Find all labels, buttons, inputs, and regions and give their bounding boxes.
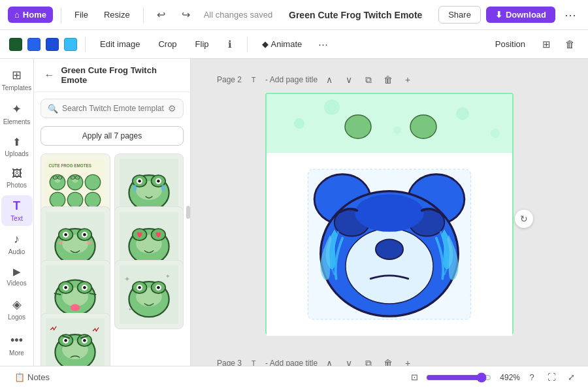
position-label: Position xyxy=(495,39,525,49)
color-swatch-2[interactable] xyxy=(27,38,41,51)
zoom-fit-icon: ⊡ xyxy=(411,372,418,382)
svg-point-89 xyxy=(491,129,500,138)
sidebar-item-videos[interactable]: ▶ Videos xyxy=(1,262,33,291)
download-label: Download xyxy=(506,10,546,20)
template-card-7[interactable] xyxy=(41,313,110,366)
search-bar: 🔍 ⚙ xyxy=(41,99,184,118)
download-button[interactable]: ⬇ Download xyxy=(486,7,555,23)
page2-chevron-up[interactable]: ∧ xyxy=(321,72,337,88)
svg-point-57 xyxy=(83,286,86,289)
animate-button[interactable]: ◆ Animate xyxy=(255,37,309,52)
apply-all-button[interactable]: Apply all 7 pages xyxy=(41,126,184,146)
panel-resize-handle[interactable] xyxy=(186,206,190,219)
edit-image-label: Edit image xyxy=(100,39,140,49)
svg-point-8 xyxy=(55,177,56,178)
videos-icon: ▶ xyxy=(13,266,21,278)
svg-point-30 xyxy=(157,180,160,183)
svg-point-9 xyxy=(59,177,60,178)
page2-chevron-down[interactable]: ∨ xyxy=(341,72,357,88)
delete-page-icon: 🗑 xyxy=(384,74,393,85)
share-button[interactable]: Share xyxy=(438,6,481,24)
svg-point-72 xyxy=(157,286,160,289)
elements-label: Elements xyxy=(3,118,31,125)
saved-status: All changes saved xyxy=(204,10,273,20)
page2-title-button[interactable]: T xyxy=(246,72,261,88)
more-options-button[interactable]: ⋯ xyxy=(561,5,580,25)
zoom-help-icon: ? xyxy=(529,372,534,382)
chevron-down-icon: ∨ xyxy=(346,74,352,85)
refresh-button[interactable]: ↻ xyxy=(515,210,533,228)
delete-button[interactable]: 🗑 xyxy=(561,35,579,54)
page2-add[interactable]: + xyxy=(400,72,416,88)
info-icon: ℹ xyxy=(228,39,232,50)
sidebar-item-photos[interactable]: 🖼 Photos xyxy=(1,164,33,193)
zoom-fit-button[interactable]: ⊡ xyxy=(406,370,422,385)
sidebar-item-text[interactable]: T Text xyxy=(1,195,33,226)
resize-label: Resize xyxy=(104,10,130,20)
color-swatch-4[interactable] xyxy=(64,38,77,51)
search-input[interactable] xyxy=(62,104,164,113)
sidebar-item-audio[interactable]: ♪ Audio xyxy=(1,229,33,259)
fullscreen-button[interactable]: ⛶ xyxy=(544,370,559,385)
grid-icon: ⊞ xyxy=(542,39,551,50)
resize-button[interactable]: Resize xyxy=(99,7,135,22)
panel-back-button[interactable]: ← xyxy=(42,67,57,83)
info-button[interactable]: ℹ xyxy=(221,35,239,54)
svg-point-19 xyxy=(68,193,83,208)
audio-label: Audio xyxy=(8,248,25,255)
sidebar-item-uploads[interactable]: ⬆ Uploads xyxy=(1,132,33,161)
more-options-sec[interactable]: ⋯ xyxy=(314,35,332,54)
more-icon: ⋯ xyxy=(564,8,576,22)
page3-add[interactable]: + xyxy=(400,355,416,366)
template-card-6[interactable]: ✦ ✦ ✦ xyxy=(114,260,184,330)
file-label: File xyxy=(74,10,88,20)
text-label: Text xyxy=(10,215,22,222)
color-swatch-1[interactable] xyxy=(9,38,22,51)
flip-button[interactable]: Flip xyxy=(189,37,216,52)
svg-point-29 xyxy=(138,180,141,183)
uploads-label: Uploads xyxy=(5,150,29,157)
zoom-question-button[interactable]: ? xyxy=(524,370,540,385)
sidebar-item-logos[interactable]: ◈ Logos xyxy=(1,293,33,325)
document-title: Green Cute Frog Twitch Emote xyxy=(278,10,433,20)
file-button[interactable]: File xyxy=(69,7,93,22)
redo-button[interactable]: ↪ xyxy=(176,5,196,25)
page3-copy[interactable]: ⧉ xyxy=(361,355,376,366)
photos-icon: 🖼 xyxy=(12,168,22,180)
crop-button[interactable]: Crop xyxy=(152,37,183,52)
page2-delete[interactable]: 🗑 xyxy=(380,72,396,88)
page3-chevron-up[interactable]: ∧ xyxy=(321,355,337,366)
svg-point-91 xyxy=(410,115,436,138)
position-button[interactable]: Position xyxy=(489,37,532,52)
page3-title-button[interactable]: T xyxy=(246,355,261,366)
delete-page-icon-3: 🗑 xyxy=(384,358,393,366)
filter-icon: ⚙ xyxy=(168,103,176,114)
notes-button[interactable]: 📋 Notes xyxy=(9,371,55,383)
color-swatch-3[interactable] xyxy=(46,38,59,51)
page3-delete[interactable]: 🗑 xyxy=(380,355,396,366)
svg-point-20 xyxy=(86,175,101,190)
copy-icon: ⧉ xyxy=(365,74,372,86)
page3-chevron-down[interactable]: ∨ xyxy=(341,355,357,366)
sidebar-item-more[interactable]: ••• More xyxy=(1,330,33,361)
canvas-page-2[interactable] xyxy=(265,93,514,334)
home-button[interactable]: ⌂ Home xyxy=(8,7,53,23)
zoom-in-button[interactable]: ⤢ xyxy=(563,370,579,385)
add-page-icon-3: + xyxy=(405,358,410,366)
svg-point-71 xyxy=(138,286,141,289)
secondary-toolbar: Edit image Crop Flip ℹ ◆ Animate ⋯ Posit… xyxy=(0,30,588,59)
page2-wrapper: ↻ xyxy=(265,93,514,345)
filter-button[interactable]: ⚙ xyxy=(168,103,176,114)
sidebar-item-elements[interactable]: ✦ Elements xyxy=(1,98,33,129)
canvas-area[interactable]: Page 2 T - Add page title ∧ ∨ ⧉ 🗑 + xyxy=(191,59,588,366)
grid-toggle-button[interactable]: ⊞ xyxy=(537,35,555,54)
page2-copy[interactable]: ⧉ xyxy=(361,72,376,88)
edit-image-button[interactable]: Edit image xyxy=(93,37,146,52)
zoom-slider[interactable] xyxy=(426,372,491,383)
add-page-icon: + xyxy=(405,74,410,85)
svg-point-87 xyxy=(393,126,401,134)
undo-button[interactable]: ↩ xyxy=(152,5,171,25)
logos-label: Logos xyxy=(8,314,25,321)
svg-point-16 xyxy=(73,177,73,178)
sidebar-item-templates[interactable]: ⊞ Templates xyxy=(1,64,33,95)
